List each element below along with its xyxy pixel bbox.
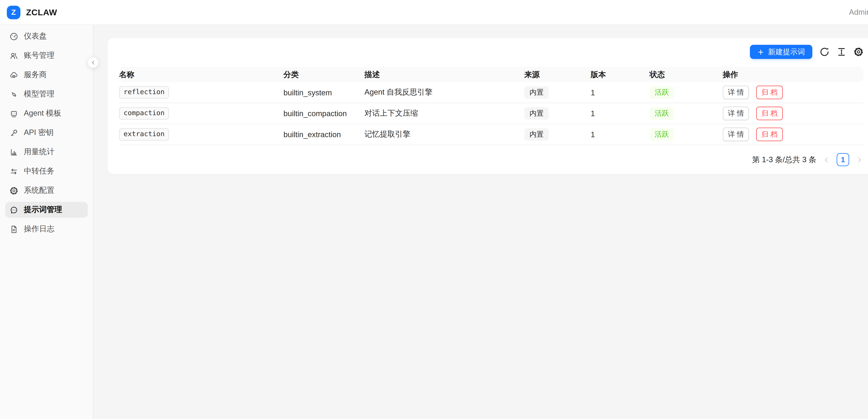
status-badge: 活跃	[650, 107, 674, 120]
sidebar-item-label: 服务商	[24, 70, 47, 80]
detail-button[interactable]: 详 情	[723, 128, 749, 141]
page-number-button[interactable]: 1	[837, 153, 849, 166]
prompt-description: 对话上下文压缩	[365, 103, 524, 124]
detail-button[interactable]: 详 情	[723, 86, 749, 99]
sidebar-item-label: 模型管理	[24, 89, 54, 99]
prompt-version: 1	[591, 82, 650, 103]
plus-icon	[757, 49, 764, 55]
column-header-category: 分类	[283, 67, 365, 82]
status-badge: 活跃	[650, 128, 674, 141]
refresh-button[interactable]	[820, 47, 830, 57]
plug-icon	[10, 90, 18, 98]
document-icon	[10, 225, 18, 233]
users-icon	[10, 51, 18, 60]
gear-icon	[854, 47, 864, 57]
sidebar-item-prompt-management[interactable]: 提示词管理	[5, 202, 88, 217]
sidebar-item-dashboard[interactable]: 仪表盘	[5, 28, 88, 44]
sidebar: 仪表盘 账号管理 服务商 模型管理 Agent 模板 API 密钥	[0, 25, 94, 419]
table-header-row: 名称 分类 描述 来源 版本 状态 操作	[119, 67, 863, 82]
archive-button[interactable]: 归 档	[756, 128, 783, 141]
prompt-name-tag: reflection	[119, 86, 169, 99]
app-root: Z ZCLAW Admin 仪表盘 账号管理 服务商 模型管理	[0, 0, 868, 419]
new-prompt-button[interactable]: 新建提示词	[750, 45, 812, 59]
brand: Z ZCLAW	[7, 5, 57, 19]
sidebar-item-api-keys[interactable]: API 密钥	[5, 125, 88, 141]
column-height-icon	[837, 47, 846, 57]
column-header-status: 状态	[650, 67, 723, 82]
sidebar-item-label: 操作日志	[24, 224, 54, 234]
sidebar-item-providers[interactable]: 服务商	[5, 67, 88, 83]
sidebar-item-label: 系统配置	[24, 185, 54, 196]
source-badge: 内置	[524, 128, 549, 141]
sidebar-item-label: 仪表盘	[24, 31, 47, 41]
reload-icon	[820, 47, 830, 57]
table-toolbar: 新建提示词	[119, 45, 863, 59]
sidebar-item-accounts[interactable]: 账号管理	[5, 48, 88, 63]
column-header-version: 版本	[591, 67, 650, 82]
brand-name: ZCLAW	[26, 7, 57, 17]
prompt-table-card: 新建提示词	[107, 38, 868, 174]
sidebar-item-agent-templates[interactable]: Agent 模板	[5, 106, 88, 121]
prompt-description: 记忆提取引擎	[365, 124, 524, 145]
prompt-table: 名称 分类 描述 来源 版本 状态 操作 reflection builtin_	[119, 67, 863, 145]
prompt-category: builtin_system	[283, 82, 365, 103]
sidebar-item-operation-logs[interactable]: 操作日志	[5, 221, 88, 237]
archive-button[interactable]: 归 档	[756, 86, 783, 99]
table-row: compaction builtin_compaction 对话上下文压缩 内置…	[119, 103, 863, 124]
prompt-category: builtin_extraction	[283, 124, 365, 145]
swap-arrows-icon	[10, 167, 18, 176]
gear-icon	[10, 186, 18, 195]
detail-button[interactable]: 详 情	[723, 107, 749, 120]
density-button[interactable]	[837, 47, 846, 57]
app-logo: Z	[7, 5, 20, 19]
column-header-description: 描述	[365, 67, 524, 82]
archive-button[interactable]: 归 档	[756, 107, 783, 120]
sidebar-collapse-button[interactable]	[87, 57, 99, 68]
top-bar: Z ZCLAW Admin	[0, 0, 868, 25]
prompt-version: 1	[591, 124, 650, 145]
status-badge: 活跃	[650, 86, 674, 99]
chevron-left-icon	[90, 59, 96, 65]
sidebar-item-models[interactable]: 模型管理	[5, 86, 88, 102]
chevron-left-icon	[823, 156, 831, 163]
column-settings-button[interactable]	[854, 47, 864, 57]
source-badge: 内置	[524, 107, 549, 120]
prompt-name-tag: compaction	[119, 107, 169, 120]
column-header-name: 名称	[119, 67, 283, 82]
chat-bubble-icon	[10, 206, 18, 214]
user-menu[interactable]: Admin	[849, 8, 868, 17]
sidebar-item-system-config[interactable]: 系统配置	[5, 182, 88, 198]
content-area: 新建提示词	[94, 25, 868, 419]
prompt-description: Agent 自我反思引擎	[365, 82, 524, 103]
cloud-server-icon	[10, 71, 18, 79]
sidebar-item-usage-stats[interactable]: 用量统计	[5, 144, 88, 160]
source-badge: 内置	[524, 86, 549, 99]
table-row: reflection builtin_system Agent 自我反思引擎 内…	[119, 82, 863, 103]
pagination: 第 1-3 条/总共 3 条 1	[119, 153, 863, 166]
main-layout: 仪表盘 账号管理 服务商 模型管理 Agent 模板 API 密钥	[0, 25, 868, 419]
sidebar-item-relay-tasks[interactable]: 中转任务	[5, 163, 88, 179]
robot-icon	[10, 109, 18, 118]
next-page-button[interactable]	[855, 156, 863, 163]
key-icon	[10, 128, 18, 137]
previous-page-button[interactable]	[823, 156, 831, 163]
sidebar-item-label: 用量统计	[24, 147, 54, 157]
sidebar-item-label: 账号管理	[24, 51, 54, 61]
sidebar-item-label: API 密钥	[24, 128, 54, 138]
gauge-icon	[10, 32, 18, 40]
sidebar-item-label: 中转任务	[24, 166, 54, 176]
bar-chart-icon	[10, 148, 18, 156]
prompt-category: builtin_compaction	[283, 103, 365, 124]
sidebar-item-label: Agent 模板	[24, 108, 61, 119]
column-header-actions: 操作	[723, 67, 863, 82]
pagination-summary: 第 1-3 条/总共 3 条	[752, 154, 816, 165]
prompt-name-tag: extraction	[119, 128, 169, 141]
table-row: extraction builtin_extraction 记忆提取引擎 内置 …	[119, 124, 863, 145]
chevron-right-icon	[855, 156, 863, 163]
column-header-source: 来源	[524, 67, 591, 82]
sidebar-item-label: 提示词管理	[24, 205, 62, 215]
prompt-version: 1	[591, 103, 650, 124]
